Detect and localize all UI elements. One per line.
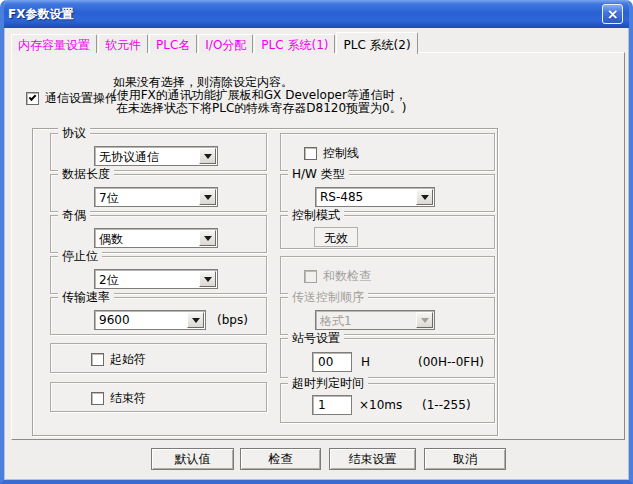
- hw-type-select[interactable]: RS-485: [315, 187, 435, 207]
- start-char-checkbox[interactable]: [91, 353, 104, 366]
- fx-parameter-dialog: FX参数设置 × 内存容量设置 软元件 PLC名 I/O分配 PLC 系统(1)…: [0, 0, 633, 484]
- parity-select[interactable]: 偶数: [94, 228, 218, 248]
- end-char-label: 结束符: [110, 390, 146, 407]
- default-button[interactable]: 默认值: [151, 448, 234, 470]
- tab-io-assignment[interactable]: I/O分配: [198, 34, 253, 53]
- baud-rate-groupbox: 传输速率 9600 (bps): [50, 297, 267, 335]
- control-mode-groupbox: 控制模式 无效: [280, 215, 495, 249]
- tab-plc-system-2[interactable]: PLC 系统(2): [336, 32, 417, 54]
- stop-bit-label: 停止位: [58, 249, 102, 263]
- protocol-groupbox: 协议 无协议通信: [50, 133, 267, 171]
- station-number-groupbox: 站号设置 00 H (00H--0FH): [280, 338, 495, 378]
- station-number-unit: H: [361, 355, 370, 369]
- chevron-down-icon: [204, 236, 212, 241]
- chevron-down-icon: [192, 318, 200, 323]
- tab-strip: 内存容量设置 软元件 PLC名 I/O分配 PLC 系统(1) PLC 系统(2…: [11, 31, 419, 53]
- end-char-row: 结束符: [91, 390, 146, 407]
- control-mode-value: 无效: [314, 227, 358, 247]
- chevron-down-icon: [204, 154, 212, 159]
- data-length-groupbox: 数据长度 7位: [50, 174, 267, 212]
- start-char-row: 起始符: [91, 351, 146, 368]
- tab-plc-system-1[interactable]: PLC 系统(1): [254, 34, 335, 53]
- protocol-dropdown-button[interactable]: [199, 148, 216, 164]
- comm-settings-checkbox-label: 通信设置操作: [45, 90, 117, 107]
- checkmark-icon: [29, 93, 37, 101]
- protocol-label: 协议: [58, 126, 90, 140]
- control-line-label: 控制线: [323, 145, 359, 162]
- tab-plc-name[interactable]: PLC名: [149, 34, 197, 53]
- protocol-select[interactable]: 无协议通信: [94, 146, 218, 166]
- end-char-checkbox[interactable]: [91, 392, 104, 405]
- parity-label: 奇偶: [58, 208, 90, 222]
- baud-rate-select[interactable]: 9600: [94, 310, 206, 330]
- start-char-label: 起始符: [110, 351, 146, 368]
- station-number-input[interactable]: 00: [312, 352, 352, 372]
- parity-groupbox: 奇偶 偶数: [50, 215, 267, 253]
- hw-type-dropdown-button[interactable]: [416, 189, 433, 205]
- stop-bit-dropdown-button[interactable]: [199, 271, 216, 287]
- comm-settings-checkbox[interactable]: [26, 92, 39, 105]
- check-button[interactable]: 检查: [240, 448, 321, 470]
- baud-rate-unit: (bps): [217, 313, 248, 327]
- sum-check-checkbox: [304, 270, 317, 283]
- baud-rate-dropdown-button[interactable]: [187, 312, 204, 328]
- station-number-range: (00H--0FH): [418, 355, 484, 369]
- cancel-button[interactable]: 取消: [424, 448, 506, 470]
- stop-bit-groupbox: 停止位 2位: [50, 256, 267, 294]
- chevron-down-icon: [204, 195, 212, 200]
- tab-memory-capacity[interactable]: 内存容量设置: [11, 34, 97, 53]
- timeout-label: 超时判定时间: [288, 376, 368, 390]
- end-char-groupbox: 结束符: [50, 382, 267, 412]
- station-number-label: 站号设置: [288, 331, 344, 345]
- sum-check-groupbox: 和数检查: [280, 256, 495, 294]
- baud-rate-label: 传输速率: [58, 290, 114, 304]
- control-line-checkbox[interactable]: [304, 147, 317, 160]
- close-icon: ×: [607, 7, 619, 21]
- data-length-dropdown-button[interactable]: [199, 189, 216, 205]
- protocol-format-groupbox: 传送控制顺序 格式1: [280, 297, 495, 335]
- chevron-down-icon: [421, 318, 429, 323]
- stop-bit-select[interactable]: 2位: [94, 269, 218, 289]
- control-line-groupbox: 控制线: [280, 133, 495, 171]
- finish-setting-button[interactable]: 结束设置: [329, 448, 416, 470]
- control-mode-label: 控制模式: [288, 208, 344, 222]
- chevron-down-icon: [204, 277, 212, 282]
- comm-settings-checkbox-row: 通信设置操作: [26, 90, 117, 107]
- control-line-row: 控制线: [304, 145, 359, 162]
- timeout-unit: ×10ms: [359, 398, 402, 412]
- window-title: FX参数设置: [8, 6, 73, 23]
- parity-dropdown-button[interactable]: [199, 230, 216, 246]
- sum-check-row: 和数检查: [304, 268, 371, 285]
- hw-type-groupbox: H/W 类型 RS-485: [280, 174, 495, 212]
- data-length-label: 数据长度: [58, 167, 114, 181]
- protocol-format-select: 格式1: [315, 310, 435, 330]
- close-button[interactable]: ×: [602, 4, 623, 24]
- title-bar: FX参数设置: [0, 0, 633, 28]
- sum-check-label: 和数检查: [323, 268, 371, 285]
- start-char-groupbox: 起始符: [50, 343, 267, 373]
- protocol-format-label: 传送控制顺序: [288, 290, 368, 304]
- timeout-range: (1--255): [422, 398, 471, 412]
- data-length-select[interactable]: 7位: [94, 187, 218, 207]
- protocol-format-dropdown-button: [416, 312, 433, 328]
- timeout-input[interactable]: 1: [312, 395, 352, 415]
- note-line-3: 在未选择状态下将PLC的特殊寄存器D8120预置为0。): [116, 102, 406, 115]
- timeout-groupbox: 超时判定时间 1 ×10ms (1--255): [280, 383, 495, 423]
- hw-type-label: H/W 类型: [288, 167, 349, 181]
- chevron-down-icon: [421, 195, 429, 200]
- tab-devices[interactable]: 软元件: [98, 34, 148, 53]
